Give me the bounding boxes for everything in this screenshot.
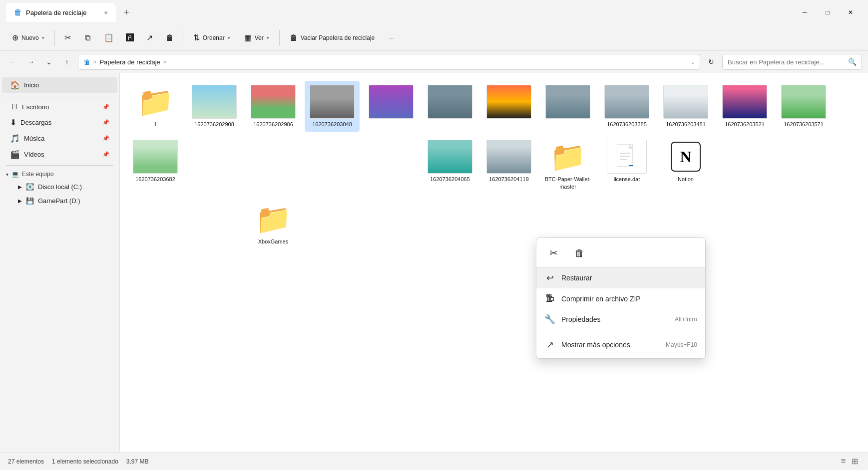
file-item-photo-r2[interactable] — [423, 81, 477, 132]
minimize-button[interactable]: ─ — [793, 4, 816, 20]
gamepart-icon: 💾 — [26, 197, 34, 205]
list-view-button[interactable]: ≡ — [839, 456, 848, 467]
photo-thumb-2986 — [251, 85, 296, 119]
photo-thumb-3048 — [310, 85, 355, 119]
sidebar-separator-2 — [6, 165, 113, 166]
sidebar-group-este-equipo[interactable]: ▾ 💻 Este equipo — [0, 169, 119, 180]
sidebar-item-gamepart[interactable]: ▶ 💾 GamePart (D:) — [2, 194, 117, 208]
spacer-r6 — [776, 136, 831, 194]
copy-button[interactable]: ⧉ — [79, 31, 97, 44]
sidebar-item-disco-local[interactable]: ▶ 💽 Disco local (C:) — [2, 180, 117, 194]
sidebar-item-inicio[interactable]: 🏠 Inicio — [2, 77, 117, 93]
share-icon: ↗ — [146, 33, 153, 42]
sidebar-item-descargas[interactable]: ⬇ Descargas 📌 — [2, 115, 117, 130]
file-item-photo-4119[interactable]: 1620736204119 — [481, 136, 536, 194]
status-items: 27 elementos — [8, 458, 44, 465]
file-name-2908: 1620736202908 — [194, 121, 234, 128]
sidebar-item-videos[interactable]: 🎬 Vídeos 📌 — [2, 147, 117, 162]
photo-thumb-4065-right — [428, 140, 472, 174]
paste-icon: 📋 — [104, 33, 114, 42]
file-item-photo-2908[interactable]: 1620736202908 — [187, 81, 242, 132]
new-tab-button[interactable]: + — [120, 5, 133, 20]
este-equipo-icon: 💻 — [11, 171, 19, 178]
refresh-button[interactable]: ↻ — [704, 55, 718, 69]
more-button[interactable]: ··· — [383, 33, 401, 43]
escritorio-icon: 🖥 — [10, 102, 18, 111]
vaciar-icon: 🗑 — [290, 33, 298, 42]
sidebar: 🏠 Inicio 🖥 Escritorio 📌 ⬇ Descargas 📌 🎵 … — [0, 73, 120, 452]
sidebar-label-musica: Música — [24, 135, 44, 142]
ctx-propiedades-item[interactable]: 🔧 Propiedades Alt+Intro — [536, 309, 705, 330]
file-item-photo-3048[interactable]: 1620736203048 — [305, 81, 360, 132]
maximize-button[interactable]: □ — [816, 4, 839, 20]
file-item-license[interactable]: license.dat — [599, 136, 654, 194]
address-separator-1: > — [93, 59, 96, 65]
ctx-mostrar-item[interactable]: ↗ Mostrar más opciones Mayús+F10 — [536, 334, 705, 355]
ver-button[interactable]: ▦ Ver ▾ — [238, 30, 275, 45]
address-separator-2: > — [163, 59, 166, 65]
file-item-photo-r1[interactable] — [364, 81, 419, 132]
photo-thumb-r2 — [428, 85, 472, 119]
photo-thumb-3521 — [722, 85, 767, 119]
file-item-photo-3481[interactable]: 1620736203481 — [658, 81, 713, 132]
ctx-mostrar-label: Mostrar más opciones — [561, 341, 630, 349]
toolbar-separator-3 — [279, 30, 280, 46]
file-item-photo-2986[interactable]: 1620736202986 — [246, 81, 301, 132]
file-item-photo-r3[interactable] — [481, 81, 536, 132]
file-item-notion[interactable]: N Notion — [658, 136, 713, 194]
file-name-1: 1 — [154, 121, 157, 128]
sidebar-label-escritorio: Escritorio — [22, 103, 49, 111]
ctx-propiedades-shortcut: Alt+Intro — [675, 316, 697, 323]
grid-view-button[interactable]: ⊞ — [850, 456, 860, 467]
arrow-down-icon: ▾ — [6, 172, 8, 177]
toolbar-separator-1 — [54, 30, 55, 46]
file-item-photo-3571[interactable]: 1620736203571 — [776, 81, 831, 132]
active-tab[interactable]: 🗑 Papelera de reciclaje ✕ — [6, 3, 116, 22]
share-button[interactable]: ↗ — [141, 31, 159, 44]
vaciar-button[interactable]: 🗑 Vaciar Papelera de reciclaje — [284, 30, 381, 45]
file-item-folder-xbox[interactable]: 📁 XboxGames — [246, 198, 301, 249]
file-item-photo-3682[interactable]: 1620736203682 — [128, 136, 183, 194]
rename-button[interactable]: 🅰 — [121, 31, 139, 44]
title-bar: 🗑 Papelera de reciclaje ✕ + ─ □ ✕ — [0, 0, 868, 25]
ctx-restaurar-item[interactable]: ↩ Restaurar — [536, 267, 705, 288]
sidebar-item-escritorio[interactable]: 🖥 Escritorio 📌 — [2, 99, 117, 114]
ctx-mostrar-shortcut: Mayús+F10 — [666, 341, 697, 348]
disco-icon: 💽 — [26, 183, 34, 191]
recent-button[interactable]: ⌄ — [42, 55, 56, 69]
up-button[interactable]: ↑ — [60, 55, 74, 69]
search-box[interactable]: 🔍 — [722, 54, 862, 70]
file-item-folder-btc[interactable]: 📁 BTC-Paper-Wallet-master — [540, 136, 595, 194]
paste-button[interactable]: 📋 — [99, 31, 119, 44]
ordenar-button[interactable]: ⇅ Ordenar ▾ — [187, 30, 236, 45]
delete-button[interactable]: 🗑 — [161, 31, 179, 44]
ctx-cut-button[interactable]: ✂ — [544, 244, 562, 262]
back-button[interactable]: ← — [6, 55, 20, 69]
photo-thumb-r1 — [369, 85, 414, 119]
ctx-delete-button[interactable]: 🗑 — [570, 244, 588, 262]
close-button[interactable]: ✕ — [839, 4, 862, 20]
forward-button[interactable]: → — [24, 55, 38, 69]
folder-icon-1: 📁 — [137, 87, 173, 116]
cut-button[interactable]: ✂ — [59, 31, 77, 44]
ctx-comprimir-item[interactable]: 🗜 Comprimir en archivo ZIP — [536, 288, 705, 309]
file-item-folder-1[interactable]: 📁 1 — [128, 81, 183, 132]
address-path-text: Papelera de reciclaje — [99, 58, 160, 66]
address-bar[interactable]: 🗑 > Papelera de reciclaje > ⌄ — [78, 54, 700, 70]
photo-thumb-r3 — [486, 85, 531, 119]
tab-close-button[interactable]: ✕ — [104, 10, 108, 15]
folder-thumb-btc: 📁 — [548, 140, 588, 174]
file-name-notion: Notion — [678, 176, 694, 183]
file-item-photo-4065-right[interactable]: 1620736204065 — [423, 136, 477, 194]
nuevo-button[interactable]: ⊕ Nuevo ▾ — [6, 30, 50, 45]
sidebar-item-musica[interactable]: 🎵 Música 📌 — [2, 131, 117, 146]
search-input[interactable] — [728, 58, 845, 66]
file-name-4119: 1620736204119 — [489, 176, 529, 183]
file-item-photo-r4[interactable] — [540, 81, 595, 132]
pin-icon-descargas: 📌 — [102, 119, 109, 126]
file-name-license: license.dat — [614, 176, 640, 183]
file-item-photo-3521[interactable]: 1620736203521 — [717, 81, 772, 132]
address-dropdown-icon[interactable]: ⌄ — [691, 59, 695, 65]
ctx-restaurar-label: Restaurar — [561, 274, 592, 282]
file-item-photo-r5[interactable]: 1620736203385 — [599, 81, 654, 132]
